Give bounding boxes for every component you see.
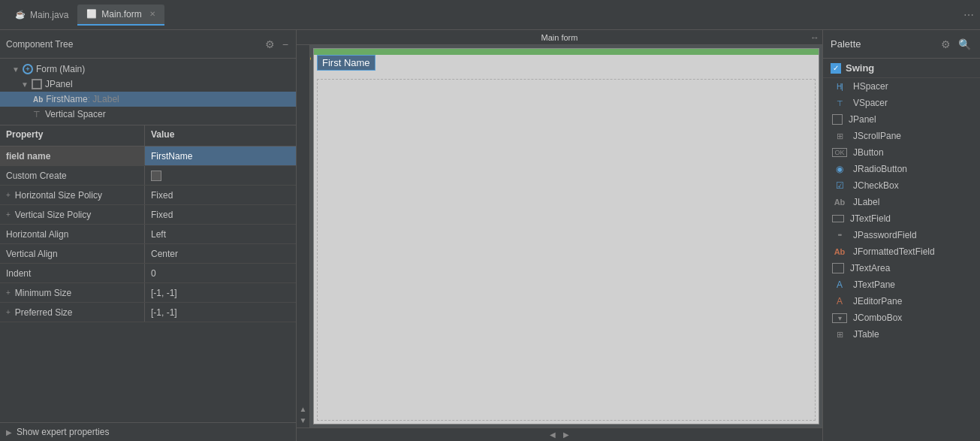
prop-row-h-size-policy[interactable]: + Horizontal Size Policy Fixed [0,186,296,205]
prop-row-v-align[interactable]: Vertical Align Center [0,244,296,264]
prop-value-min-size: [-1, -1] [145,283,296,302]
palette-item-jscrollpane[interactable]: ⊞ JScrollPane [823,128,980,144]
palette-item-jcheckbox[interactable]: ☑ JCheckBox [823,177,980,194]
custom-create-checkbox[interactable] [151,171,161,181]
prop-value-custom-create[interactable] [145,166,296,185]
palette-panel: Palette ⚙ 🔍 ✓ Swing H| HSpacer ⊤ VSpacer [822,30,980,441]
palette-swing-section[interactable]: ✓ Swing [823,59,980,78]
palette-item-jtable[interactable]: ⊞ JTable [823,326,980,343]
palette-item-jbutton[interactable]: OK JButton [823,144,980,161]
show-expert-chevron-icon: ▶ [6,428,12,436]
palette-item-jtextfield[interactable]: JTextField [823,210,980,227]
prop-row-h-align[interactable]: Horizontal Align Left [0,225,296,244]
canvas-area: Main form ↔ ▲ ▼ 💡 [297,30,822,441]
prop-name-pref-size: + Preferred Size [0,303,145,322]
show-expert-label: Show expert properties [17,427,109,437]
form-icon: ⬜ [86,9,97,19]
firstname-label-text: FirstName: JLabel [46,94,119,104]
swing-section-label: Swing [846,62,874,74]
prop-table-body: field name FirstName Custom Create + Hor… [0,146,296,422]
prop-row-pref-size[interactable]: + Preferred Size [-1, -1] [0,303,296,322]
canvas-main: 💡 First Name [310,45,822,427]
tab-close-button[interactable]: ✕ [149,10,155,18]
palette-settings-button[interactable]: ⚙ [939,37,952,52]
form-dashed-area [317,79,816,421]
ruler-up-arrow[interactable]: ▲ [300,405,307,413]
jpanel-label: JPanel [45,79,73,89]
jcheckbox-icon: ☑ [832,180,847,191]
palette-label-jtable: JTable [853,329,879,340]
jcombobox-icon: ▾ [832,313,847,323]
tab-label-main-form: Main.form [101,9,141,20]
palette-item-vspacer[interactable]: ⊤ VSpacer [823,95,980,111]
form-label-selected[interactable]: First Name [317,55,375,71]
canvas-title: Main form [473,33,647,42]
java-icon: ☕ [15,10,26,20]
tree-item-jpanel[interactable]: ▼ JPanel [0,77,296,92]
palette-item-jradiobutton[interactable]: ◉ JRadioButton [823,161,980,177]
jtextpane-icon: A [832,279,847,290]
swing-checkbox-icon: ✓ [831,63,841,74]
palette-label-jbutton: JButton [853,147,884,158]
palette-item-jcombobox[interactable]: ▾ JComboBox [823,310,980,326]
prop-value-field-name[interactable]: FirstName [145,146,296,165]
jradiobutton-icon: ◉ [832,164,847,174]
prop-value-v-align: Center [145,244,296,263]
canvas-content: ▲ ▼ 💡 First Name [297,45,822,427]
main-content: Component Tree ⚙ − ▼ + Form (Main) ▼ [0,30,980,441]
jtable-icon: ⊞ [832,330,847,340]
jeditorpane-icon: A [832,296,847,307]
palette-item-jtextarea[interactable]: JTextArea [823,260,980,276]
canvas-left-arrow[interactable]: ◀ [550,430,556,439]
palette-item-jpanel[interactable]: JPanel [823,111,980,128]
palette-item-jeditorpane[interactable]: A JEditorPane [823,293,980,310]
palette-item-jlabel[interactable]: Ab JLabel [823,194,980,210]
ruler-down-arrow[interactable]: ▼ [300,416,307,424]
component-tree-minimize-button[interactable]: − [281,37,290,52]
tree-item-firstname-label[interactable]: Ab FirstName: JLabel [0,92,296,107]
palette-item-jformattedtextfield[interactable]: Ab JFormattedTextField [823,243,980,260]
ab-icon: Ab [33,95,43,104]
component-tree-actions: ⚙ − [264,37,290,52]
prop-name-h-align: Horizontal Align [0,225,145,243]
properties-panel: Property Value field name FirstName Cust… [0,125,296,441]
v-size-policy-expand-icon: + [6,210,11,219]
palette-label-jpanel: JPanel [849,114,876,125]
palette-item-hspacer[interactable]: H| HSpacer [823,78,980,95]
prop-header-name-col: Property [0,125,145,146]
prop-row-v-size-policy[interactable]: + Vertical Size Policy Fixed [0,205,296,225]
palette-label-jeditorpane: JEditorPane [853,296,902,307]
jpanel-icon [32,79,42,89]
component-tree-title: Component Tree [6,39,73,50]
jpasswordfield-icon: •• [832,231,847,239]
prop-header-value-col: Value [145,125,296,146]
prop-value-indent: 0 [145,264,296,282]
canvas-right-arrow[interactable]: ▶ [563,430,569,439]
palette-label-jcombobox: JComboBox [853,313,902,323]
palette-label-jtextarea: JTextArea [850,263,890,273]
palette-item-jtextpane[interactable]: A JTextPane [823,276,980,293]
palette-item-jpasswordfield[interactable]: •• JPasswordField [823,227,980,243]
tree-item-form-main[interactable]: ▼ + Form (Main) [0,62,296,77]
prop-value-h-size-policy: Fixed [145,186,296,204]
prop-row-min-size[interactable]: + Minimum Size [-1, -1] [0,283,296,303]
canvas-expand-icon[interactable]: ↔ [810,32,819,43]
prop-row-custom-create[interactable]: Custom Create [0,166,296,186]
tab-main-form[interactable]: ⬜ Main.form ✕ [77,5,164,26]
palette-label-jscrollpane: JScrollPane [853,131,901,141]
canvas-top-bar: Main form ↔ [297,30,822,45]
vertical-spacer-label: Vertical Spacer [45,109,106,119]
jpanel-palette-icon [832,114,843,125]
prop-name-v-size-policy: + Vertical Size Policy [0,205,145,224]
show-expert-row[interactable]: ▶ Show expert properties [0,422,296,441]
tab-more-button[interactable]: ⋯ [963,9,974,21]
palette-search-button[interactable]: 🔍 [957,37,972,52]
form-canvas: 💡 First Name [313,48,819,424]
component-tree-settings-button[interactable]: ⚙ [264,37,276,52]
tab-main-java[interactable]: ☕ Main.java [6,5,77,25]
prop-row-field-name[interactable]: field name FirstName [0,146,296,166]
prop-row-indent[interactable]: Indent 0 [0,264,296,283]
hspacer-icon: H| [832,83,847,91]
palette-label-jradiobutton: JRadioButton [853,164,907,174]
tree-item-vertical-spacer[interactable]: ⊤ Vertical Spacer [0,107,296,122]
